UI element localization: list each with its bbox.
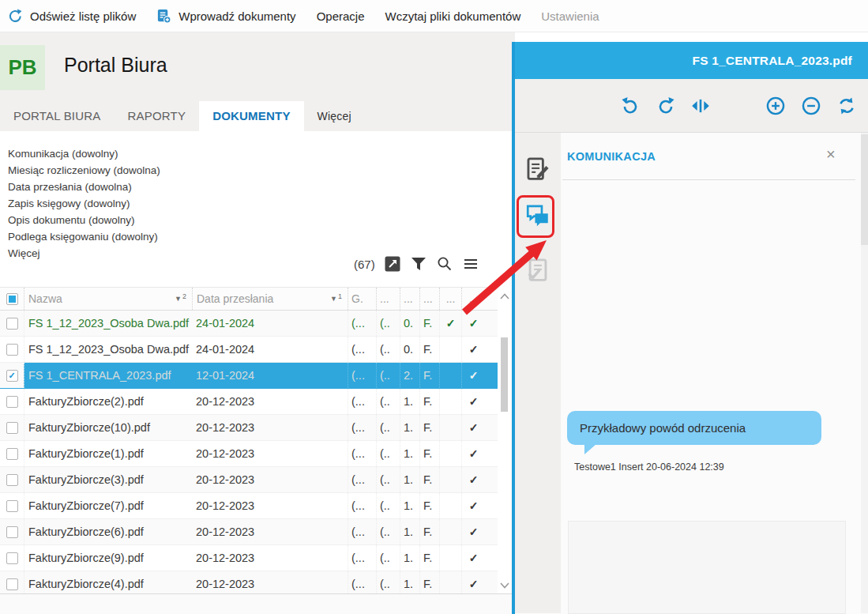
refresh-file-list-button[interactable]: Odśwież listę plików xyxy=(8,9,136,24)
cell-date: 20-12-2023 xyxy=(192,467,348,492)
export-icon[interactable] xyxy=(385,256,400,272)
row-checkbox[interactable] xyxy=(6,500,18,512)
rotate-left-icon[interactable] xyxy=(620,96,641,116)
table-row[interactable]: FakturyZbiorcze(3).pdf 20-12-2023 (... (… xyxy=(0,467,498,493)
filter-item[interactable]: Miesiąc rozliczeniowy (dowolna) xyxy=(8,162,160,179)
table-row[interactable]: FS 1_12_2023_Osoba Dwa.pdf 24-01-2024 (.… xyxy=(0,337,498,363)
row-checkbox[interactable] xyxy=(6,422,18,434)
cell-truncated: 1. xyxy=(400,519,419,544)
cell-name: FakturyZbiorcze(9).pdf xyxy=(24,545,192,571)
cell-g: (... xyxy=(348,545,376,571)
tab-portal-biura[interactable]: PORTAL BIURA xyxy=(0,101,114,131)
tab-bar: PORTAL BIURA RAPORTY DOKUMENTY Więcej xyxy=(0,101,365,131)
cell-truncated: 1. xyxy=(400,545,419,571)
table-row[interactable]: FS 1_12_2023_Osoba Dwa.pdf 24-01-2024 (.… xyxy=(0,311,498,337)
sort-descending-icon: ▼1 xyxy=(330,295,342,303)
table-row[interactable]: ✓ FS 1_CENTRALA_2023.pdf 12-01-2024 (...… xyxy=(0,363,498,389)
load-document-files-button[interactable]: Wczytaj pliki dokumentów xyxy=(385,9,521,23)
table-row[interactable]: FakturyZbiorcze(9).pdf 20-12-2023 (... (… xyxy=(0,545,498,571)
cell-truncated: F. xyxy=(419,311,439,336)
filter-item[interactable]: Więcej xyxy=(8,245,160,262)
column-menu-icon[interactable] xyxy=(463,256,479,272)
panel-scrollbar[interactable] xyxy=(861,133,868,613)
cell-date: 12-01-2024 xyxy=(192,363,348,388)
cell-truncated: F. xyxy=(419,493,439,518)
tab-raporty[interactable]: RAPORTY xyxy=(114,101,199,131)
reload-icon[interactable] xyxy=(836,96,857,116)
document-approve-icon[interactable] xyxy=(524,258,551,284)
zoom-in-icon[interactable] xyxy=(765,96,786,116)
cell-truncated: (.. xyxy=(376,311,400,336)
filter-list: Komunikacja (dowolny)Miesiąc rozliczenio… xyxy=(8,145,160,262)
row-checkbox[interactable] xyxy=(6,474,18,486)
row-checkbox[interactable] xyxy=(6,318,18,330)
table-scrollbar[interactable] xyxy=(498,287,512,593)
cell-truncated: F. xyxy=(419,571,439,593)
row-checkbox[interactable] xyxy=(6,552,18,564)
add-documents-button[interactable]: Wprowadź dokumenty xyxy=(156,9,295,24)
cell-g: (... xyxy=(348,571,376,593)
cell-check: ✓ xyxy=(461,363,485,388)
select-all-checkbox[interactable] xyxy=(6,293,18,305)
row-checkbox[interactable]: ✓ xyxy=(6,370,18,382)
row-checkbox[interactable] xyxy=(6,526,18,538)
filter-item[interactable]: Komunikacja (dowolny) xyxy=(8,145,160,162)
filter-item[interactable]: Zapis księgowy (dowolny) xyxy=(8,195,160,212)
cell-g: (... xyxy=(348,441,376,466)
table-row[interactable]: FakturyZbiorcze(7).pdf 20-12-2023 (... (… xyxy=(0,493,498,519)
cell-check: ✓ xyxy=(461,441,485,466)
column-header-truncated[interactable]: ... xyxy=(400,288,419,310)
cell-check: ✓ xyxy=(461,311,485,336)
filter-icon[interactable] xyxy=(411,256,426,272)
cell-truncated: (.. xyxy=(376,363,400,388)
tab-more[interactable]: Więcej xyxy=(304,101,365,131)
filter-item[interactable]: Podlega księgowaniu (dowolny) xyxy=(8,228,160,245)
filter-item[interactable]: Data przesłania (dowolna) xyxy=(8,179,160,195)
cell-date: 20-12-2023 xyxy=(192,571,348,593)
table-row[interactable]: FakturyZbiorcze(4).pdf 20-12-2023 (... (… xyxy=(0,571,498,593)
rotate-right-icon[interactable] xyxy=(656,96,676,116)
table-row[interactable]: FakturyZbiorcze(10).pdf 20-12-2023 (... … xyxy=(0,415,498,441)
close-icon[interactable]: × xyxy=(826,145,836,164)
panel-scrollbar-thumb[interactable] xyxy=(861,134,868,245)
cell-g: (... xyxy=(348,415,376,440)
cell-truncated: (.. xyxy=(376,545,400,571)
row-checkbox[interactable] xyxy=(6,344,18,356)
zoom-out-icon[interactable] xyxy=(801,96,821,116)
settings-menu[interactable]: Ustawienia xyxy=(541,9,599,23)
table-row[interactable]: FakturyZbiorcze(1).pdf 20-12-2023 (... (… xyxy=(0,441,498,467)
column-header-truncated[interactable]: ... xyxy=(461,288,485,310)
fit-width-icon[interactable] xyxy=(690,96,711,116)
filter-item[interactable]: Opis dokumentu (dowolny) xyxy=(8,212,160,228)
grid-toolbar: (67) xyxy=(354,254,489,274)
column-header-truncated[interactable]: ... xyxy=(439,288,461,310)
row-checkbox[interactable] xyxy=(6,396,18,408)
cell-date: 20-12-2023 xyxy=(192,493,348,518)
scroll-down-icon[interactable] xyxy=(500,582,509,589)
cell-check xyxy=(439,441,461,466)
scroll-up-icon[interactable] xyxy=(500,293,509,299)
cell-date: 24-01-2024 xyxy=(192,311,348,336)
search-icon[interactable] xyxy=(437,256,453,272)
tab-dokumenty[interactable]: DOKUMENTY xyxy=(199,101,303,131)
cell-date: 20-12-2023 xyxy=(192,441,348,466)
column-header-g[interactable]: G. xyxy=(348,288,376,310)
table-scrollbar-thumb[interactable] xyxy=(501,337,508,412)
row-checkbox[interactable] xyxy=(6,578,18,590)
cell-check: ✓ xyxy=(461,545,485,571)
cell-check: ✓ xyxy=(461,415,485,440)
cell-name: FS 1_12_2023_Osoba Dwa.pdf xyxy=(24,337,192,362)
panel-divider[interactable] xyxy=(512,42,515,614)
new-message-input[interactable] xyxy=(568,521,846,614)
cell-check xyxy=(439,389,461,414)
column-header-nazwa[interactable]: Nazwa ▼2 xyxy=(24,288,192,310)
operations-menu[interactable]: Operacje xyxy=(317,9,365,23)
column-header-truncated[interactable]: ... xyxy=(419,288,439,310)
row-checkbox[interactable] xyxy=(6,448,18,460)
document-edit-icon[interactable] xyxy=(524,156,551,183)
column-header-data-przeslania[interactable]: Data przesłania ▼1 xyxy=(192,288,348,310)
column-header-truncated[interactable]: ... xyxy=(376,288,400,310)
cell-date: 20-12-2023 xyxy=(192,415,348,440)
table-row[interactable]: FakturyZbiorcze(6).pdf 20-12-2023 (... (… xyxy=(0,519,498,545)
table-row[interactable]: FakturyZbiorcze(2).pdf 20-12-2023 (... (… xyxy=(0,389,498,415)
